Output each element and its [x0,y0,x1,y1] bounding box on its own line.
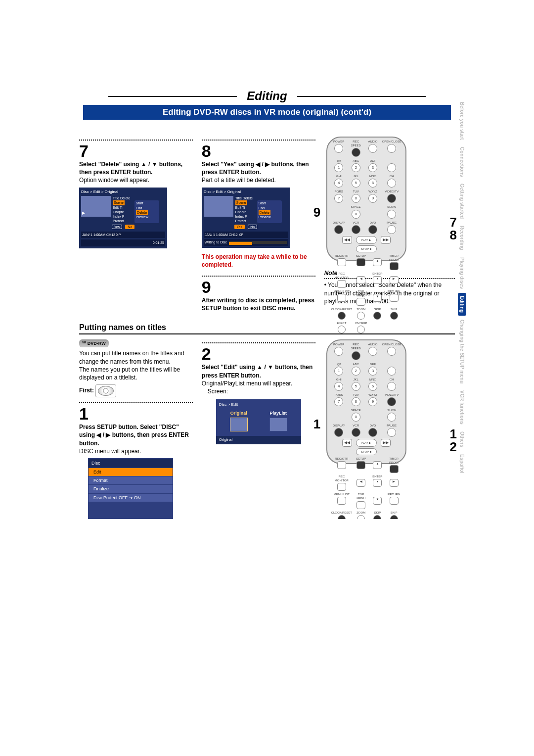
step-number-8: 8 [202,142,315,159]
osd-item: End [136,206,142,210]
osd-item: Chapte [235,210,247,214]
remote-digit-0: SPACE0 [348,205,363,219]
disc-menu-title: Disc [89,459,173,468]
remote-vcr-button: VCR [348,221,363,235]
remote-top-menu-button: TOP MENU [354,289,368,306]
column-bottom-left: VR DVD-RW You can put title names on the… [79,337,193,519]
remote-display-button: DISPLAY [331,221,347,235]
osd-screenshot-step-8: Disc > Edit > Original Title Delete Scen… [202,188,290,248]
step-8-instruction: Select "Yes" using ◀ / ▶ buttons, then p… [202,160,315,176]
tab-recording[interactable]: Recording [458,223,466,253]
side-tabs: Before you start Connections Getting sta… [458,99,470,477]
tab-espanol[interactable]: Español [458,451,466,476]
screen-label: Screen: [208,387,315,395]
disc-menu-item-finalize: Finalize [89,484,173,493]
remote-open-close-button: OPEN/CLOSE [382,342,401,360]
step-number-1: 1 [79,405,193,422]
remote-clock-reset-button: CLOCK/RESET [331,307,352,320]
osd-status: JAN/ 1 1:00AM CH12 XP [82,233,121,237]
remote-ff-button: ▶▶ [381,236,391,244]
remote-right-button: ▶ [386,272,401,288]
remote-digit-2: ABC2 [348,159,363,173]
remote-digit-6: MNO6 [365,174,380,188]
remote-skip-back-button: SKIP [370,307,385,320]
tab-playing-discs[interactable]: Playing discs [458,254,466,292]
column-step-7: 7 Select "Delete" using ▲ / ▼ buttons, t… [79,135,193,312]
osd-item: Edit Ti [235,206,245,209]
callout-bottom-2: 2 [450,438,457,456]
osd-item: Delete [136,210,148,215]
remote-eject-button: EJECT [331,321,352,334]
remote-rec-otr-button: REC/OTR [331,254,352,271]
tab-connections[interactable]: Connections [458,144,466,180]
tab-before-you-start[interactable]: Before you start [458,99,466,143]
remote-ch-up [382,159,401,173]
callout-8: 8 [450,227,457,244]
disc-icon [98,386,114,396]
tab-setup-menu[interactable]: Changing the SETUP menu [458,317,466,386]
remote-video-tv-button: VIDEO/TV [382,189,401,203]
column-remote-bottom: POWER REC SPEED AUDIO OPEN/CLOSE @!1 ABC… [324,337,455,519]
step-8-warning: This operation may take a while to be co… [202,253,315,269]
page-title: Editing [237,89,297,103]
osd-item: Scene [113,200,125,205]
tab-getting-started[interactable]: Getting started [458,181,466,222]
osd-item: Protect [235,219,246,223]
osd-title-delete: Title Delete [235,196,288,200]
remote-power-button: POWER [331,342,347,360]
remote-open-close-button: OPEN/CLOSE [382,140,401,157]
intro-text-2: The names you put on the titles will be … [79,366,193,381]
remote-rec-monitor-button: REC MONITOR [331,272,352,288]
osd-no-button: No [248,225,257,229]
remote-play-button: PLAY ▶ [356,236,377,244]
osd-item: Start [259,201,266,205]
osd-breadcrumb: Disc > Edit > Original [204,189,288,195]
remote-rew-button: ◀◀ [342,236,352,244]
step-8-body: Part of a title will be deleted. [202,176,315,184]
remote-down-button: ▼ [370,289,385,306]
disc-menu-screenshot: Disc Edit Format Finalize Disc Protect O… [88,458,173,519]
remote-slow-button: SLOW [382,205,401,219]
step-number-2: 2 [202,345,315,362]
remote-ch-label: CH [382,174,401,188]
osd-breadcrumb: Disc > Edit [219,402,298,408]
osd-tile-playlist: PlayList [269,410,287,433]
remote-digit-5: JKL5 [348,174,363,188]
osd-breadcrumb: Disc > Edit > Original [81,189,165,195]
step-9-instruction: After writing to disc is completed, pres… [202,296,315,312]
remote-dvd-button: DVD [365,221,380,235]
remote-digit-4: GHI4 [331,174,347,188]
remote-left-button: ◀ [354,272,368,288]
remote-rec-speed-button: REC SPEED [348,342,363,360]
remote-digit-7: PQRS7 [331,189,347,203]
osd-title-delete: Title Delete [113,196,165,200]
osd-writing: Writing to Disc [205,240,227,244]
osd-item: Preview [259,215,271,219]
step-7-body: Option window will appear. [79,176,193,184]
step-1-instruction: Press SETUP button. Select "DISC" using … [79,423,193,447]
osd-footer: Original [216,436,301,444]
remote-cm-skip-button: CM SKIP [354,321,368,334]
remote-return-button: RETURN [386,289,401,306]
remote-setup-button: SETUP [354,254,368,271]
osd-status: JAN/ 1 1:00AM CH12 XP [205,233,243,237]
tab-vcr-functions[interactable]: VCR functions [458,387,466,427]
osd-item: Preview [136,215,148,219]
callout-9: 9 [313,204,320,221]
osd-no-button: No [125,225,134,229]
osd-yes-button: Yes [234,225,245,229]
osd-item: Index F [113,215,124,218]
remote-pause-button: PAUSE [382,221,401,235]
tab-editing[interactable]: Editing [458,293,466,316]
osd-item: Protect [113,219,124,223]
remote-digit-8: TUV8 [348,189,363,203]
tab-others[interactable]: Others [458,428,466,450]
remote-timer-prog-button: TIMER PROG. [386,254,401,271]
osd-item: Index F [235,215,247,218]
osd-item: Edit Ti [113,206,122,209]
step-number-9: 9 [202,279,315,295]
step-number-7: 7 [79,142,193,159]
step-2-instruction: Select "Edit" using ▲ / ▼ buttons, then … [202,363,315,379]
remote-menu-list-button: MENU/LIST [331,289,352,306]
osd-screenshot-step-2: Disc > Edit Original PlayList Original [216,399,301,444]
